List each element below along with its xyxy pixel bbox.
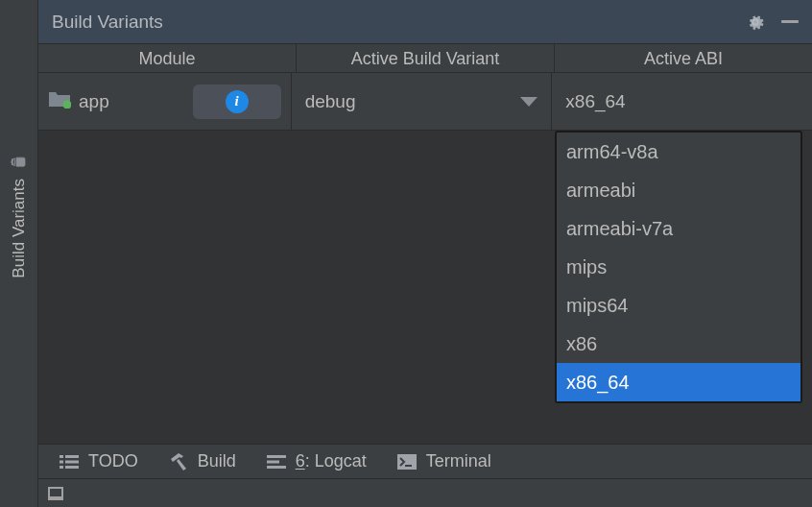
abi-dropdown-list: arm64-v8aarmeabiarmeabi-v7amipsmips64x86…	[555, 131, 802, 403]
info-icon: i	[226, 90, 249, 113]
todo-label: TODO	[88, 451, 138, 471]
minimize-button[interactable]	[781, 20, 799, 23]
status-square-icon[interactable]	[48, 487, 63, 500]
android-icon	[11, 154, 28, 171]
folder-icon	[48, 89, 71, 113]
sidebar-tab-label: Build Variants	[10, 179, 29, 278]
svg-rect-6	[65, 460, 79, 463]
col-header-module: Module	[38, 44, 297, 72]
abi-option[interactable]: arm64-v8a	[557, 133, 800, 171]
module-cell[interactable]: app i	[38, 73, 292, 130]
svg-rect-3	[60, 455, 63, 458]
build-variant-dropdown[interactable]: debug	[292, 73, 553, 130]
module-name: app	[79, 91, 109, 112]
header-actions	[745, 12, 799, 33]
build-label: Build	[198, 451, 236, 471]
svg-rect-8	[65, 466, 79, 469]
abi-option[interactable]: armeabi	[557, 171, 800, 209]
main-area: Build Variants Module Active Build Varia…	[38, 0, 812, 507]
logcat-icon	[267, 455, 286, 469]
terminal-icon	[397, 454, 417, 470]
build-variants-side-tab[interactable]: Build Variants	[6, 134, 33, 298]
left-tool-gutter: Build Variants	[0, 0, 38, 507]
todo-tab[interactable]: TODO	[60, 451, 138, 471]
svg-rect-4	[65, 455, 79, 458]
bottom-toolbar: TODO Build 6: Logcat Terminal	[38, 444, 812, 478]
abi-option[interactable]: armeabi-v7a	[557, 209, 800, 248]
abi-option[interactable]: x86	[557, 325, 800, 363]
terminal-label: Terminal	[426, 451, 491, 471]
gear-icon[interactable]	[745, 12, 766, 33]
col-header-variant: Active Build Variant	[297, 44, 555, 72]
module-row: app i debug x86_64	[38, 73, 812, 131]
logcat-label: 6: Logcat	[296, 451, 367, 471]
abi-option[interactable]: x86_64	[557, 363, 800, 401]
abi-dropdown-cell[interactable]: x86_64	[552, 73, 812, 130]
hammer-icon	[169, 453, 188, 471]
svg-rect-12	[397, 454, 417, 470]
abi-option[interactable]: mips64	[557, 286, 800, 325]
columns-header: Module Active Build Variant Active ABI	[38, 44, 812, 73]
svg-rect-5	[60, 460, 63, 463]
svg-rect-9	[267, 455, 286, 458]
logcat-tab[interactable]: 6: Logcat	[267, 451, 367, 471]
build-tab[interactable]: Build	[169, 451, 236, 471]
panel-title: Build Variants	[52, 12, 163, 33]
svg-rect-13	[405, 465, 412, 467]
variant-value: debug	[305, 91, 356, 112]
abi-value: x86_64	[565, 91, 625, 112]
list-icon	[60, 454, 79, 470]
col-header-abi: Active ABI	[555, 44, 812, 72]
svg-rect-11	[267, 466, 286, 469]
status-bar	[38, 478, 812, 507]
panel-header: Build Variants	[38, 0, 812, 44]
svg-rect-7	[60, 466, 63, 469]
chevron-down-icon	[520, 97, 537, 107]
svg-rect-10	[267, 460, 279, 463]
minimize-icon	[781, 20, 799, 23]
abi-option[interactable]: mips	[557, 248, 800, 286]
panel-body: arm64-v8aarmeabiarmeabi-v7amipsmips64x86…	[38, 131, 812, 444]
terminal-tab[interactable]: Terminal	[397, 451, 491, 471]
info-button[interactable]: i	[193, 84, 281, 119]
